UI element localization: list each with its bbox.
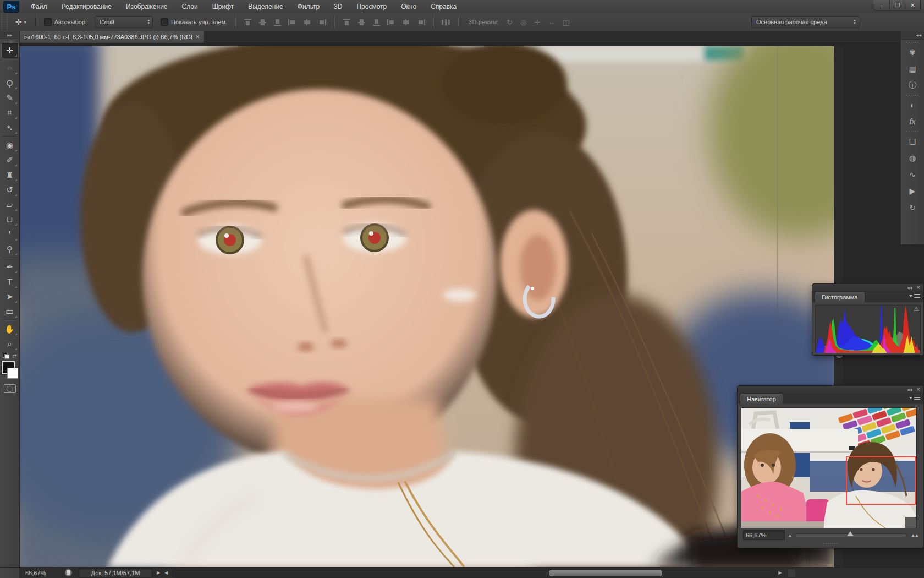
styles-panel-icon[interactable]: fx bbox=[905, 114, 920, 129]
distribute-vertical-centers-icon[interactable] bbox=[358, 19, 366, 26]
panel-menu-icon[interactable] bbox=[909, 294, 920, 298]
distribute-spacing-icon[interactable] bbox=[442, 19, 450, 26]
document-tab[interactable]: iso1600-1_60 c-f_6,3-105,0 мм-773A0386.J… bbox=[20, 31, 205, 43]
menu-item[interactable]: Просмотр bbox=[349, 0, 394, 13]
menu-item[interactable]: Шрифт bbox=[205, 0, 241, 13]
zoom-out-icon[interactable]: ▲ bbox=[788, 533, 792, 537]
menu-item[interactable]: Справка bbox=[424, 0, 464, 13]
history-brush-tool[interactable]: ↺ bbox=[2, 182, 18, 197]
zoom-slider-thumb[interactable] bbox=[847, 531, 854, 536]
align-vertical-centers-icon[interactable] bbox=[258, 19, 267, 26]
dock-collapse-button[interactable]: ◀◀ bbox=[901, 31, 924, 40]
tab-navigator[interactable]: Навигатор bbox=[740, 393, 783, 404]
align-bottom-edges-icon[interactable] bbox=[273, 19, 282, 26]
brush-tool[interactable]: ✐ bbox=[2, 152, 18, 167]
distribute-bottom-edges-icon[interactable] bbox=[372, 19, 381, 26]
scroll-right-icon[interactable]: ▶ bbox=[778, 570, 782, 575]
align-left-edges-icon[interactable] bbox=[288, 19, 296, 26]
actions-panel-icon[interactable]: ▶ bbox=[905, 184, 920, 198]
path-selection-tool[interactable]: ➤ bbox=[2, 289, 18, 304]
zoom-tool[interactable]: ⌕ bbox=[2, 336, 18, 351]
eraser-tool[interactable]: ▱ bbox=[2, 197, 18, 212]
dodge-tool[interactable]: ⚲ bbox=[2, 242, 18, 257]
panel-resize-grip[interactable] bbox=[823, 543, 838, 544]
navigator-zoom-slider[interactable] bbox=[795, 533, 907, 537]
restore-button[interactable]: ❐ bbox=[889, 0, 905, 10]
crop-tool[interactable]: ⌗ bbox=[2, 105, 18, 120]
swap-colors-icon[interactable]: ⇄ bbox=[12, 353, 16, 359]
distribute-left-edges-icon[interactable] bbox=[387, 19, 395, 26]
menu-item[interactable]: Фильтр bbox=[290, 0, 327, 13]
workspace-dropdown[interactable]: Основная рабочая среда ▲▼ bbox=[751, 16, 859, 28]
options-bar-grip[interactable] bbox=[1, 15, 8, 29]
3d-slide-icon[interactable]: ⇔ bbox=[548, 18, 555, 26]
lasso-tool[interactable]: Ϙ bbox=[2, 75, 18, 90]
tools-collapse-button[interactable]: ▶▶ bbox=[0, 31, 19, 39]
distribute-top-edges-icon[interactable] bbox=[343, 19, 351, 26]
tools-grip[interactable] bbox=[4, 41, 15, 42]
align-horizontal-centers-icon[interactable] bbox=[303, 19, 311, 26]
elliptical-marquee-tool[interactable]: ◌ bbox=[2, 61, 18, 75]
collapse-panel-icon[interactable]: ◀◀ bbox=[907, 388, 912, 391]
close-panel-icon[interactable]: ✕ bbox=[916, 387, 920, 392]
move-tool[interactable]: ✛ bbox=[2, 43, 18, 58]
distribute-right-edges-icon[interactable] bbox=[417, 19, 425, 26]
align-right-edges-icon[interactable] bbox=[318, 19, 326, 26]
tab-histogram[interactable]: Гистограмма bbox=[815, 291, 865, 302]
status-flyout-icon[interactable]: ▶ bbox=[157, 570, 160, 575]
navigator-view-box[interactable] bbox=[846, 456, 916, 505]
horizontal-scrollbar-thumb[interactable] bbox=[549, 570, 662, 576]
autoselect-checkbox[interactable] bbox=[44, 18, 52, 26]
type-tool[interactable]: T bbox=[2, 274, 18, 289]
navigator-thumbnail[interactable] bbox=[741, 407, 917, 528]
distribute-horizontal-centers-icon[interactable] bbox=[402, 19, 410, 26]
document-canvas[interactable] bbox=[20, 46, 834, 567]
align-top-edges-icon[interactable] bbox=[244, 19, 252, 26]
clone-stamp-tool[interactable]: ♜ bbox=[2, 167, 18, 182]
adjustments-panel-icon[interactable]: ◐ bbox=[905, 98, 920, 112]
3d-pan-icon[interactable]: ✛ bbox=[534, 18, 540, 26]
paths-panel-icon[interactable]: ∿ bbox=[905, 167, 920, 182]
layers-panel-icon[interactable]: ❏ bbox=[905, 134, 920, 149]
cached-data-warning-icon[interactable]: ⚠ bbox=[914, 306, 919, 313]
show-controls-checkbox[interactable] bbox=[161, 18, 168, 26]
menu-item[interactable]: Редактирование bbox=[54, 0, 119, 13]
swatches-panel-icon[interactable]: ▦ bbox=[905, 62, 920, 76]
hand-tool[interactable]: ✋ bbox=[2, 321, 18, 336]
close-panel-icon[interactable]: ✕ bbox=[916, 285, 920, 290]
scroll-left-icon[interactable]: ◀ bbox=[164, 570, 168, 575]
history-panel-icon[interactable]: ↻ bbox=[905, 200, 920, 215]
collapse-panel-icon[interactable]: ◀◀ bbox=[907, 286, 912, 290]
default-colors-icon[interactable] bbox=[3, 353, 9, 359]
3d-roll-icon[interactable]: ◎ bbox=[520, 18, 526, 26]
status-zoom-input[interactable]: 66,67% bbox=[25, 570, 56, 576]
close-button[interactable]: ✕ bbox=[905, 0, 920, 10]
menu-item[interactable]: Изображение bbox=[119, 0, 175, 13]
navigator-zoom-input[interactable]: 66,67% bbox=[743, 530, 785, 540]
menu-item[interactable]: Слои bbox=[175, 0, 205, 13]
color-panel-icon[interactable]: ✾ bbox=[905, 45, 920, 59]
info-panel-icon[interactable]: ⓘ bbox=[905, 78, 920, 92]
autoselect-target-dropdown[interactable]: Слой ▲▼ bbox=[95, 16, 153, 28]
red-eye-tool[interactable]: ◉ bbox=[2, 138, 18, 152]
3d-orbit-icon[interactable]: ↻ bbox=[507, 18, 513, 26]
tool-preset-picker[interactable]: ✛ ▾ bbox=[11, 18, 31, 26]
channels-panel-icon[interactable]: ◍ bbox=[905, 151, 920, 165]
paint-bucket-tool[interactable]: ⊔ bbox=[2, 212, 18, 227]
horizontal-scrollbar[interactable] bbox=[172, 569, 776, 577]
quick-selection-tool[interactable]: ✎ bbox=[2, 90, 18, 105]
quick-mask-button[interactable] bbox=[4, 384, 16, 393]
menu-item[interactable]: 3D bbox=[327, 0, 349, 13]
rectangle-tool[interactable]: ▭ bbox=[2, 304, 18, 319]
menu-item[interactable]: Выделение bbox=[241, 0, 290, 13]
minimize-button[interactable]: – bbox=[875, 0, 889, 10]
pen-tool[interactable]: ✒ bbox=[2, 259, 18, 274]
menu-item[interactable]: Файл bbox=[24, 0, 54, 13]
tab-close-icon[interactable]: ✕ bbox=[195, 34, 200, 40]
panel-menu-icon[interactable] bbox=[909, 396, 920, 400]
3d-camera-icon[interactable]: ◫ bbox=[563, 18, 569, 26]
blur-tool[interactable]: ❜ bbox=[2, 227, 18, 242]
eyedropper-tool[interactable]: ➴ bbox=[2, 120, 18, 135]
background-color-swatch[interactable] bbox=[7, 368, 18, 379]
zoom-in-icon[interactable]: ▲▲ bbox=[910, 532, 918, 538]
